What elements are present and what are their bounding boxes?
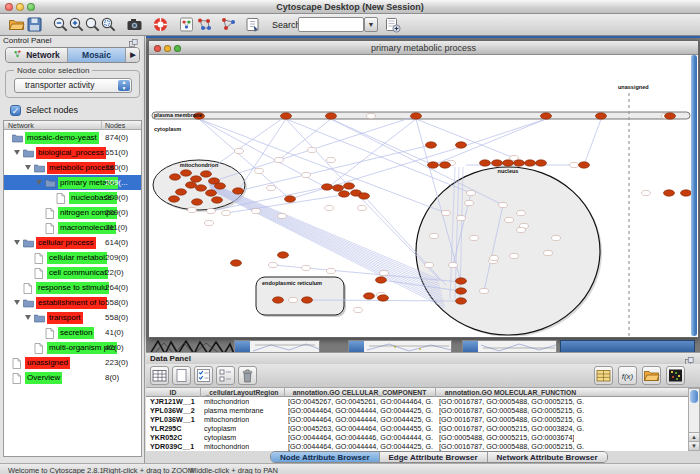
inner-minimize-button[interactable] [164, 45, 171, 52]
help-icon[interactable] [152, 16, 170, 34]
tree-row-metabolic-process[interactable]: metabolic process280(0) [4, 160, 141, 175]
vizmapper-icon[interactable] [178, 16, 196, 34]
unselect-attributes-icon[interactable] [216, 366, 235, 385]
table-cell: [GO:0016787, GO:0005488, GO:0005215, G..… [439, 397, 584, 406]
table-cell: [GO:0016787, GO:0005488, GO:0005215, G..… [439, 442, 584, 451]
table-col-header[interactable]: annotation.GO MOLECULAR_FUNCTION [445, 389, 576, 396]
tree-row-nitrogen-compo[interactable]: nitrogen compo209(0) [4, 205, 141, 220]
network-view-titlebar[interactable]: primary metabolic process [149, 41, 698, 55]
tree-row-mosaic-demo-yeast[interactable]: mosaic-demo-yeast874(0) [4, 130, 141, 145]
expander-icon[interactable] [14, 300, 20, 305]
tree-row-biological-process[interactable]: biological_process651(0) [4, 145, 141, 160]
tree-row-node-count: 280(0) [105, 160, 128, 175]
select-nodes-checkbox[interactable]: ✓ [10, 105, 21, 116]
select-attributes-icon[interactable] [194, 366, 213, 385]
annotation-icon[interactable] [244, 16, 262, 34]
table-col-header[interactable]: annotation.GO CELLULAR_COMPONENT [293, 389, 427, 396]
search-dropdown-button[interactable]: ▼ [364, 17, 378, 32]
float-panel-icon[interactable] [684, 354, 696, 364]
window-titlebar: Cytoscape Desktop (New Session) [0, 0, 700, 14]
table-row-ypl036w__2[interactable]: YPL036W__2plasma membrane[GO:0044464, GO… [146, 406, 688, 415]
inner-zoom-button[interactable] [174, 45, 181, 52]
table-cell: mitochondrion [204, 415, 249, 424]
tree-row-secretion[interactable]: secretion41(0) [4, 325, 141, 340]
tree-col-nodes: Nodes [105, 122, 125, 129]
scroll-down-arrow[interactable]: ▼ [689, 441, 699, 450]
tree-row-cellular-metabol[interactable]: cellular metabol209(0) [4, 250, 141, 265]
network-graph[interactable]: plasma membranecytoplasmmitochondrionnuc… [150, 55, 691, 336]
table-cell: [GO:0045263, GO:0044464, GO:0044455, G..… [288, 424, 433, 433]
file-icon [45, 223, 56, 233]
save-session-icon[interactable] [26, 16, 44, 34]
tree-row-macromolecule[interactable]: macromolecule311(0) [4, 220, 141, 235]
scroll-up-arrow[interactable]: ▲ [689, 432, 699, 441]
table-vertical-scrollbar[interactable]: ▲ ▼ [688, 388, 700, 451]
tree-row-response-to-stimulu[interactable]: response to stimulu264(0) [4, 280, 141, 295]
close-window-button[interactable] [5, 3, 13, 11]
delete-attribute-icon[interactable] [238, 366, 257, 385]
search-input[interactable] [298, 17, 364, 32]
tab-edge-attribute-browser[interactable]: Edge Attribute Browser [380, 452, 488, 462]
tree-row-multi-organism-pro[interactable]: multi-organism pro42(0) [4, 340, 141, 355]
tree-row-cell-communicat[interactable]: cell communicat22(0) [4, 265, 141, 280]
tree-row-node-count: 223(0) [105, 355, 128, 370]
tree-row-establishment-of-lo[interactable]: establishment of lo558(0) [4, 295, 141, 310]
table-row-ypl036w__1[interactable]: YPL036W__1mitochondrion[GO:0044464, GO:0… [146, 415, 688, 424]
expander-icon[interactable] [25, 315, 31, 320]
tab-network[interactable]: Network [6, 48, 68, 62]
import-table-icon[interactable] [594, 366, 613, 385]
zoom-fit-icon[interactable] [100, 16, 118, 34]
zoom-window-button[interactable] [27, 3, 35, 11]
tab-node-attribute-browser[interactable]: Node Attribute Browser [271, 452, 380, 462]
table-cell: [GO:0016787, GO:0005488, GO:0005215, G..… [439, 415, 584, 424]
node-color-selection-group: Node color selection transporter activit… [5, 70, 140, 98]
matrix-icon[interactable] [666, 366, 685, 385]
open-session-icon[interactable] [8, 16, 26, 34]
tab-network-attribute-browser[interactable]: Network Attribute Browser [488, 452, 607, 462]
table-col-header[interactable]: ID [170, 389, 177, 396]
expander-icon[interactable] [36, 180, 42, 185]
tab-mosaic[interactable]: Mosaic [68, 48, 126, 62]
tree-row-overview[interactable]: Overview8(0) [4, 370, 141, 385]
table-row-ylr295c[interactable]: YLR295Ccytoplasm[GO:0045263, GO:0044464,… [146, 424, 688, 433]
tree-row-cellular-process[interactable]: cellular process614(0) [4, 235, 141, 250]
formula-builder-icon[interactable]: f(x) [618, 366, 637, 385]
expander-icon[interactable] [25, 165, 31, 170]
attribute-grid-icon[interactable] [150, 366, 169, 385]
inner-close-button[interactable] [154, 45, 161, 52]
open-folder-icon[interactable] [642, 366, 661, 385]
expander-icon[interactable] [14, 150, 20, 155]
network-edges-icon[interactable] [220, 16, 238, 34]
canvas-vertical-scrollbar[interactable] [691, 55, 697, 336]
node-color-selection-label: Node color selection [14, 66, 92, 75]
svg-text:f(x): f(x) [622, 372, 634, 381]
float-panel-icon[interactable] [128, 36, 140, 46]
table-row-ykr052c[interactable]: YKR052Ccytoplasm[GO:0044464, GO:0044446,… [146, 433, 688, 442]
snapshot-icon[interactable] [126, 16, 144, 34]
expander-icon[interactable] [14, 240, 20, 245]
network-nodes-icon[interactable] [196, 16, 214, 34]
file-icon [45, 208, 56, 218]
file-icon [34, 268, 45, 278]
table-col-header[interactable]: _cellularLayoutRegion [206, 389, 279, 396]
tree-row-nucleobase-[interactable]: nucleobase-209(0) [4, 190, 141, 205]
file-icon [12, 358, 23, 368]
tree-row-unassigned[interactable]: unassigned223(0) [4, 355, 141, 370]
table-cell: mitochondrion [204, 442, 249, 451]
attribute-browser-icon[interactable] [384, 16, 402, 34]
node-color-dropdown[interactable]: transporter activity ▲▼ [14, 78, 132, 93]
select-nodes-label: Select nodes [26, 105, 78, 115]
tree-row-transport[interactable]: transport558(0) [4, 310, 141, 325]
network-canvas[interactable]: plasma membranecytoplasmmitochondrionnuc… [150, 55, 691, 336]
tree-row-node-count: 209(0) [105, 190, 128, 205]
new-attribute-icon[interactable] [172, 366, 191, 385]
minimize-window-button[interactable] [16, 3, 24, 11]
table-row-ydr039c__1[interactable]: YDR039C__1mitochondrion[GO:0044464, GO:0… [146, 442, 688, 451]
table-row-yjr121w__1[interactable]: YJR121W__1mitochondrion[GO:0045267, GO:0… [146, 397, 688, 406]
svg-text:plasma membrane: plasma membrane [154, 112, 202, 118]
tab-overflow-arrow[interactable]: ▶ [126, 48, 140, 62]
table-cell: [GO:0044464, GO:0044444, GO:0044425, G..… [288, 415, 433, 424]
control-panel-title: Control Panel [0, 36, 144, 46]
file-icon [45, 328, 56, 338]
tree-row-primary-metabo[interactable]: primary metabo209(... [4, 175, 141, 190]
